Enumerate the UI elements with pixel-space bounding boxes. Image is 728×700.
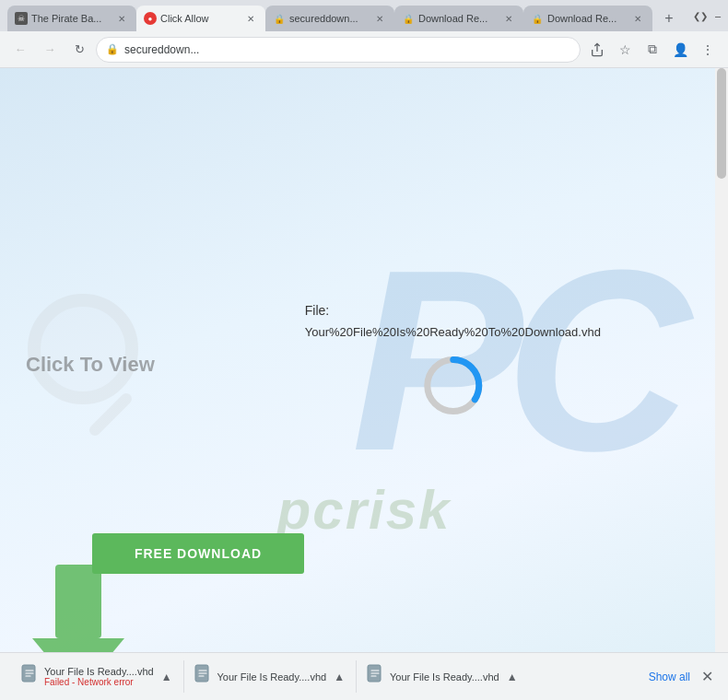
scrollbar-thumb[interactable] xyxy=(717,68,726,179)
spinner-container xyxy=(420,354,485,418)
watermark-bottom-pcrisk: pcrisk xyxy=(0,478,728,542)
share-icon[interactable] xyxy=(584,37,610,63)
tab-close-dl1[interactable]: ✕ xyxy=(501,11,516,26)
scrollbar[interactable] xyxy=(715,68,728,652)
tab-label-secured: secureddown... xyxy=(289,13,369,24)
tab-pirate-bay[interactable]: ☠ The Pirate Ba... ✕ xyxy=(7,6,136,31)
page-content: PC pcrisk Click To View File: Your%20Fil… xyxy=(0,68,728,652)
tab-label-dl1: Download Re... xyxy=(418,13,498,24)
download-file-icon-2 xyxy=(194,664,212,689)
tab-close-pirate[interactable]: ✕ xyxy=(114,11,129,26)
title-bar: ☠ The Pirate Ba... ✕ ● Click Allow ✕ 🔒 s… xyxy=(0,0,728,31)
arrow-head xyxy=(32,638,124,652)
download-expand-1[interactable]: ▲ xyxy=(159,669,174,685)
download-expand-3[interactable]: ▲ xyxy=(505,669,520,685)
url-text: secureddown... xyxy=(124,43,570,56)
file-name: Your%20File%20Is%20Ready%20To%20Download… xyxy=(305,325,601,339)
download-item-status-1: Failed - Network error xyxy=(44,677,154,687)
download-item-3: Your File Is Ready....vhd ▲ xyxy=(357,660,529,693)
download-expand-2[interactable]: ▲ xyxy=(332,669,346,685)
download-item-1: Your File Is Ready....vhd Failed - Netwo… xyxy=(11,660,184,693)
menu-icon[interactable]: ⋮ xyxy=(695,37,721,63)
tab-label-dl2: Download Re... xyxy=(547,13,627,24)
tab-secured[interactable]: 🔒 secureddown... ✕ xyxy=(265,6,394,31)
download-item-info-1: Your File Is Ready....vhd Failed - Netwo… xyxy=(44,666,154,687)
tab-label-click-allow: Click Allow xyxy=(160,13,240,24)
magnifier-handle xyxy=(88,391,135,438)
download-file-icon-3 xyxy=(366,664,384,689)
bookmark-icon[interactable]: ☆ xyxy=(612,37,638,63)
tab-favicon-dl1: 🔒 xyxy=(402,12,415,25)
download-file-icon-1 xyxy=(20,664,39,689)
forward-button[interactable]: → xyxy=(37,37,63,63)
download-item-info-2: Your File Is Ready....vhd xyxy=(217,671,327,682)
tab-download2[interactable]: 🔒 Download Re... ✕ xyxy=(523,6,652,31)
window-controls: ❮❯ – □ ✕ xyxy=(689,7,728,24)
click-to-view-text: Click To View xyxy=(26,353,155,377)
watermark-magnifier xyxy=(28,294,138,404)
lock-icon: 🔒 xyxy=(106,43,119,55)
magnifier-circle xyxy=(28,294,138,404)
download-item-name-1: Your File Is Ready....vhd xyxy=(44,666,154,677)
reload-button[interactable]: ↻ xyxy=(66,37,92,63)
tab-favicon-dl2: 🔒 xyxy=(531,12,544,25)
profile-icon[interactable]: 👤 xyxy=(667,37,693,63)
browser-window: ☠ The Pirate Ba... ✕ ● Click Allow ✕ 🔒 s… xyxy=(0,0,728,700)
tab-close-secured[interactable]: ✕ xyxy=(372,11,387,26)
new-tab-button[interactable]: + xyxy=(656,6,682,31)
close-download-bar-button[interactable]: ✕ xyxy=(698,664,717,689)
collapse-icon[interactable]: ❮❯ xyxy=(689,9,702,22)
loading-spinner xyxy=(420,354,485,418)
show-all-button[interactable]: Show all xyxy=(641,671,698,683)
tab-click-allow[interactable]: ● Click Allow ✕ xyxy=(136,6,265,31)
back-button[interactable]: ← xyxy=(7,37,33,63)
tab-favicon-pirate: ☠ xyxy=(15,12,28,25)
extensions-icon[interactable]: ⧉ xyxy=(640,37,665,63)
download-item-2: Your File Is Ready....vhd ▲ xyxy=(184,660,358,693)
minimize-button[interactable]: – xyxy=(706,7,728,24)
tab-close-click-allow[interactable]: ✕ xyxy=(243,11,258,26)
free-download-button[interactable]: FREE DOWNLOAD xyxy=(92,533,304,574)
tabs-area: ☠ The Pirate Ba... ✕ ● Click Allow ✕ 🔒 s… xyxy=(7,0,682,31)
tab-favicon-red: ● xyxy=(144,12,157,25)
tab-download1[interactable]: 🔒 Download Re... ✕ xyxy=(394,6,523,31)
download-item-name-3: Your File Is Ready....vhd xyxy=(390,671,499,682)
tab-favicon-secured: 🔒 xyxy=(273,12,286,25)
arrow-body xyxy=(55,565,101,638)
toolbar-icons: ☆ ⧉ 👤 ⋮ xyxy=(584,37,721,63)
download-bar: Your File Is Ready....vhd Failed - Netwo… xyxy=(0,652,728,700)
download-item-name-2: Your File Is Ready....vhd xyxy=(217,671,327,682)
tab-close-dl2[interactable]: ✕ xyxy=(630,11,645,26)
url-bar[interactable]: 🔒 secureddown... xyxy=(96,37,581,63)
file-info-area: File: Your%20File%20Is%20Ready%20To%20Do… xyxy=(305,303,601,418)
tab-label-pirate: The Pirate Ba... xyxy=(31,13,111,24)
download-item-info-3: Your File Is Ready....vhd xyxy=(390,671,499,682)
file-label: File: xyxy=(305,303,329,318)
address-bar: ← → ↻ 🔒 secureddown... ☆ ⧉ 👤 ⋮ xyxy=(0,31,728,68)
